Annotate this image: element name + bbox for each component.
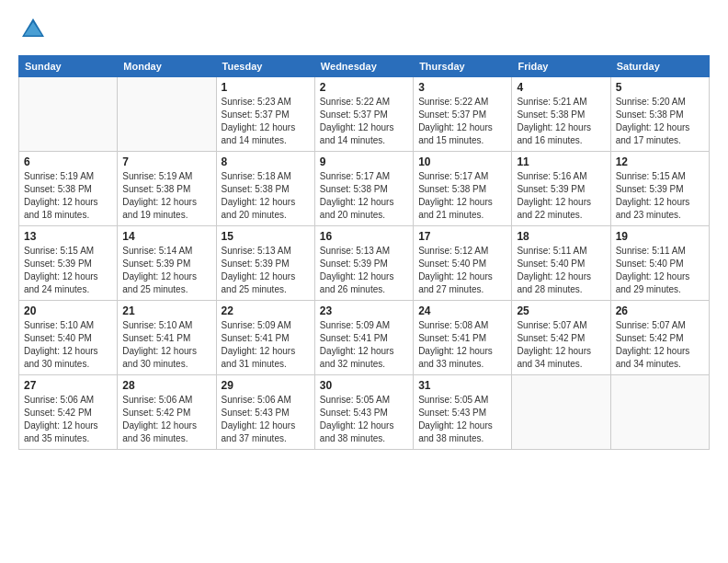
day-number: 31 (418, 379, 506, 392)
calendar-cell: 21Sunrise: 5:10 AMSunset: 5:41 PMDayligh… (118, 301, 216, 375)
day-info: Sunrise: 5:07 AMSunset: 5:42 PMDaylight:… (517, 319, 605, 371)
day-number: 20 (24, 304, 112, 317)
day-info: Sunrise: 5:09 AMSunset: 5:41 PMDaylight:… (320, 319, 408, 371)
calendar-cell: 1Sunrise: 5:23 AMSunset: 5:37 PMDaylight… (216, 77, 314, 152)
day-number: 14 (122, 230, 210, 243)
weekday-header: Tuesday (216, 56, 314, 77)
day-number: 25 (517, 304, 605, 317)
day-info: Sunrise: 5:19 AMSunset: 5:38 PMDaylight:… (122, 170, 210, 222)
page: SundayMondayTuesdayWednesdayThursdayFrid… (0, 0, 728, 563)
day-info: Sunrise: 5:09 AMSunset: 5:41 PMDaylight:… (222, 319, 310, 371)
day-number: 10 (418, 155, 506, 168)
day-info: Sunrise: 5:08 AMSunset: 5:41 PMDaylight:… (418, 319, 506, 371)
weekday-header: Saturday (610, 56, 709, 77)
day-number: 18 (517, 230, 605, 243)
calendar-cell: 31Sunrise: 5:05 AMSunset: 5:43 PMDayligh… (414, 375, 512, 450)
calendar: SundayMondayTuesdayWednesdayThursdayFrid… (18, 55, 710, 450)
calendar-cell: 9Sunrise: 5:17 AMSunset: 5:38 PMDaylight… (314, 152, 413, 226)
day-info: Sunrise: 5:22 AMSunset: 5:37 PMDaylight:… (320, 96, 408, 147)
calendar-cell: 22Sunrise: 5:09 AMSunset: 5:41 PMDayligh… (216, 301, 314, 375)
day-info: Sunrise: 5:22 AMSunset: 5:37 PMDaylight:… (418, 96, 506, 147)
day-number: 26 (616, 304, 704, 317)
day-info: Sunrise: 5:10 AMSunset: 5:41 PMDaylight:… (122, 319, 210, 371)
calendar-cell: 12Sunrise: 5:15 AMSunset: 5:39 PMDayligh… (610, 152, 709, 226)
calendar-cell: 25Sunrise: 5:07 AMSunset: 5:42 PMDayligh… (512, 301, 610, 375)
day-info: Sunrise: 5:18 AMSunset: 5:38 PMDaylight:… (222, 170, 310, 222)
day-number: 16 (320, 230, 408, 243)
calendar-cell: 17Sunrise: 5:12 AMSunset: 5:40 PMDayligh… (414, 226, 512, 301)
calendar-cell: 4Sunrise: 5:21 AMSunset: 5:38 PMDaylight… (512, 77, 610, 152)
day-info: Sunrise: 5:13 AMSunset: 5:39 PMDaylight:… (222, 245, 310, 296)
calendar-cell: 24Sunrise: 5:08 AMSunset: 5:41 PMDayligh… (414, 301, 512, 375)
calendar-cell (118, 77, 216, 152)
calendar-week-row: 13Sunrise: 5:15 AMSunset: 5:39 PMDayligh… (19, 226, 710, 301)
calendar-week-row: 6Sunrise: 5:19 AMSunset: 5:38 PMDaylight… (19, 152, 710, 226)
weekday-header: Thursday (414, 56, 512, 77)
weekday-header: Sunday (19, 56, 118, 77)
day-number: 3 (418, 81, 506, 94)
calendar-cell (610, 375, 709, 450)
day-info: Sunrise: 5:14 AMSunset: 5:39 PMDaylight:… (122, 245, 210, 296)
day-info: Sunrise: 5:15 AMSunset: 5:39 PMDaylight:… (24, 245, 112, 296)
calendar-cell: 7Sunrise: 5:19 AMSunset: 5:38 PMDaylight… (118, 152, 216, 226)
calendar-cell: 18Sunrise: 5:11 AMSunset: 5:40 PMDayligh… (512, 226, 610, 301)
calendar-cell (512, 375, 610, 450)
calendar-cell: 15Sunrise: 5:13 AMSunset: 5:39 PMDayligh… (216, 226, 314, 301)
calendar-week-row: 20Sunrise: 5:10 AMSunset: 5:40 PMDayligh… (19, 301, 710, 375)
day-info: Sunrise: 5:05 AMSunset: 5:43 PMDaylight:… (320, 394, 408, 445)
calendar-cell: 10Sunrise: 5:17 AMSunset: 5:38 PMDayligh… (414, 152, 512, 226)
day-number: 6 (24, 155, 112, 168)
day-info: Sunrise: 5:17 AMSunset: 5:38 PMDaylight:… (418, 170, 506, 222)
day-number: 28 (122, 379, 210, 392)
day-info: Sunrise: 5:13 AMSunset: 5:39 PMDaylight:… (320, 245, 408, 296)
calendar-cell: 19Sunrise: 5:11 AMSunset: 5:40 PMDayligh… (610, 226, 709, 301)
day-number: 27 (24, 379, 112, 392)
calendar-cell: 30Sunrise: 5:05 AMSunset: 5:43 PMDayligh… (314, 375, 413, 450)
day-info: Sunrise: 5:06 AMSunset: 5:42 PMDaylight:… (24, 394, 112, 445)
calendar-cell: 13Sunrise: 5:15 AMSunset: 5:39 PMDayligh… (19, 226, 118, 301)
day-number: 24 (418, 304, 506, 317)
day-info: Sunrise: 5:11 AMSunset: 5:40 PMDaylight:… (517, 245, 605, 296)
calendar-cell: 20Sunrise: 5:10 AMSunset: 5:40 PMDayligh… (19, 301, 118, 375)
header (18, 15, 710, 44)
calendar-cell: 14Sunrise: 5:14 AMSunset: 5:39 PMDayligh… (118, 226, 216, 301)
calendar-week-row: 27Sunrise: 5:06 AMSunset: 5:42 PMDayligh… (19, 375, 710, 450)
day-info: Sunrise: 5:06 AMSunset: 5:42 PMDaylight:… (122, 394, 210, 445)
calendar-cell: 29Sunrise: 5:06 AMSunset: 5:43 PMDayligh… (216, 375, 314, 450)
day-number: 17 (418, 230, 506, 243)
day-number: 29 (222, 379, 310, 392)
day-number: 9 (320, 155, 408, 168)
day-info: Sunrise: 5:23 AMSunset: 5:37 PMDaylight:… (222, 96, 310, 147)
day-info: Sunrise: 5:05 AMSunset: 5:43 PMDaylight:… (418, 394, 506, 445)
day-number: 4 (517, 81, 605, 94)
day-info: Sunrise: 5:07 AMSunset: 5:42 PMDaylight:… (616, 319, 704, 371)
day-number: 5 (616, 81, 704, 94)
day-number: 13 (24, 230, 112, 243)
calendar-week-row: 1Sunrise: 5:23 AMSunset: 5:37 PMDaylight… (19, 77, 710, 152)
day-info: Sunrise: 5:11 AMSunset: 5:40 PMDaylight:… (616, 245, 704, 296)
day-info: Sunrise: 5:10 AMSunset: 5:40 PMDaylight:… (24, 319, 112, 371)
day-info: Sunrise: 5:19 AMSunset: 5:38 PMDaylight:… (24, 170, 112, 222)
day-number: 19 (616, 230, 704, 243)
calendar-cell: 6Sunrise: 5:19 AMSunset: 5:38 PMDaylight… (19, 152, 118, 226)
day-info: Sunrise: 5:16 AMSunset: 5:39 PMDaylight:… (517, 170, 605, 222)
day-info: Sunrise: 5:20 AMSunset: 5:38 PMDaylight:… (616, 96, 704, 147)
calendar-cell: 26Sunrise: 5:07 AMSunset: 5:42 PMDayligh… (610, 301, 709, 375)
day-number: 7 (122, 155, 210, 168)
day-number: 12 (616, 155, 704, 168)
weekday-header: Wednesday (314, 56, 413, 77)
calendar-cell: 23Sunrise: 5:09 AMSunset: 5:41 PMDayligh… (314, 301, 413, 375)
weekday-header-row: SundayMondayTuesdayWednesdayThursdayFrid… (19, 56, 710, 77)
day-info: Sunrise: 5:06 AMSunset: 5:43 PMDaylight:… (222, 394, 310, 445)
calendar-cell: 3Sunrise: 5:22 AMSunset: 5:37 PMDaylight… (414, 77, 512, 152)
logo (18, 15, 51, 44)
day-info: Sunrise: 5:17 AMSunset: 5:38 PMDaylight:… (320, 170, 408, 222)
day-info: Sunrise: 5:12 AMSunset: 5:40 PMDaylight:… (418, 245, 506, 296)
calendar-cell: 28Sunrise: 5:06 AMSunset: 5:42 PMDayligh… (118, 375, 216, 450)
day-info: Sunrise: 5:15 AMSunset: 5:39 PMDaylight:… (616, 170, 704, 222)
logo-icon (18, 15, 48, 44)
day-number: 30 (320, 379, 408, 392)
calendar-cell: 27Sunrise: 5:06 AMSunset: 5:42 PMDayligh… (19, 375, 118, 450)
calendar-cell: 8Sunrise: 5:18 AMSunset: 5:38 PMDaylight… (216, 152, 314, 226)
day-number: 11 (517, 155, 605, 168)
